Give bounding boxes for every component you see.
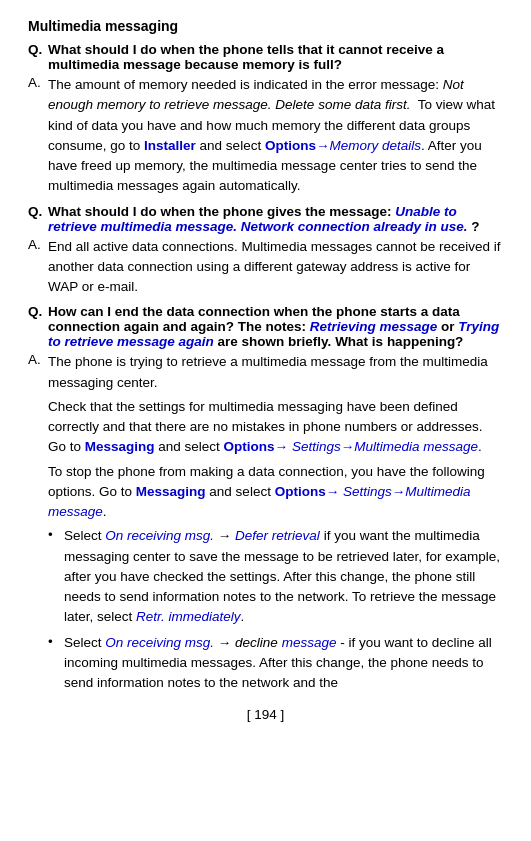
installer-link: Installer <box>144 138 196 153</box>
qa-block-3: Q. How can I end the data connection whe… <box>28 304 503 693</box>
q-text-2: What should I do when the phone gives th… <box>48 204 503 234</box>
settings-link-1: Settings <box>292 439 341 454</box>
answer-1: A. The amount of memory needed is indica… <box>28 75 503 197</box>
a-text-2: End all active data connections. Multime… <box>48 237 503 298</box>
question-2: Q. What should I do when the phone gives… <box>28 204 503 234</box>
decline-link: decline <box>235 635 278 650</box>
answer-3-cont1: Check that the settings for multimedia m… <box>48 397 503 458</box>
retr-immediately-link: Retr. immediately <box>136 609 241 624</box>
bullet-text-2: Select On receiving msg. → decline messa… <box>64 633 503 694</box>
q-text-3: How can I end the data connection when t… <box>48 304 503 349</box>
multimedia-msg-link-1: Multimedia message <box>354 439 478 454</box>
multimedia-msg-link-2: Multimedia message <box>48 484 470 519</box>
memory-details-link: Memory details <box>329 138 421 153</box>
question-3: Q. How can I end the data connection whe… <box>28 304 503 349</box>
message-link: message <box>282 635 337 650</box>
options-link-3: Options→ <box>275 484 340 499</box>
options-link-1: Options→ <box>265 138 330 153</box>
q-text-1: What should I do when the phone tells th… <box>48 42 503 72</box>
on-receiving-1: On receiving msg. <box>105 528 214 543</box>
unable-msg: Unable to retrieve multimedia message. N… <box>48 204 467 234</box>
page-content: Multimedia messaging Q. What should I do… <box>28 18 503 722</box>
settings-link-2: Settings <box>343 484 392 499</box>
arrow-2: → <box>392 484 406 499</box>
bullet-list: • Select On receiving msg. → Defer retri… <box>48 526 503 693</box>
answer-3-cont2: To stop the phone from making a data con… <box>48 462 503 523</box>
page-title: Multimedia messaging <box>28 18 503 34</box>
retrieving-msg-link: Retrieving message <box>310 319 438 334</box>
error-msg-link-1: Not enough memory to retrieve message. D… <box>48 77 464 112</box>
bullet-item-2: • Select On receiving msg. → decline mes… <box>48 633 503 694</box>
qa-block-1: Q. What should I do when the phone tells… <box>28 42 503 197</box>
a-label-2: A. <box>28 237 44 298</box>
on-receiving-2: On receiving msg. <box>105 635 214 650</box>
messaging-link-2: Messaging <box>136 484 206 499</box>
page-number: [ 194 ] <box>28 707 503 722</box>
bullet-text-1: Select On receiving msg. → Defer retriev… <box>64 526 503 627</box>
options-link-2: Options→ <box>224 439 289 454</box>
bullet-dot-1: • <box>48 527 58 627</box>
q-label-2: Q. <box>28 204 44 234</box>
arrow-1: → <box>341 439 355 454</box>
qa-block-2: Q. What should I do when the phone gives… <box>28 204 503 298</box>
q-label-3: Q. <box>28 304 44 349</box>
messaging-link-1: Messaging <box>85 439 155 454</box>
q-label-1: Q. <box>28 42 44 72</box>
question-1: Q. What should I do when the phone tells… <box>28 42 503 72</box>
bullet-dot-2: • <box>48 634 58 694</box>
defer-retrieval-link: Defer retrieval <box>235 528 320 543</box>
a-text-1: The amount of memory needed is indicated… <box>48 75 503 197</box>
a-text-3: The phone is trying to retrieve a multim… <box>48 352 503 393</box>
answer-3: A. The phone is trying to retrieve a mul… <box>28 352 503 393</box>
bullet-item-1: • Select On receiving msg. → Defer retri… <box>48 526 503 627</box>
answer-2: A. End all active data connections. Mult… <box>28 237 503 298</box>
a-label-3: A. <box>28 352 44 393</box>
a-label-1: A. <box>28 75 44 197</box>
